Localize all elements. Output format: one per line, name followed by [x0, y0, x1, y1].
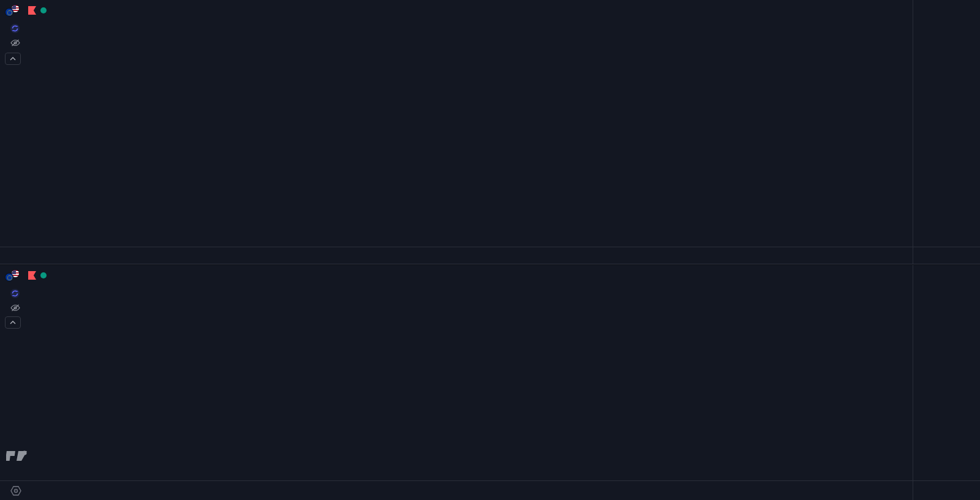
- indicator-row-sma: [5, 23, 25, 34]
- eurusd-pair-icon: [5, 4, 20, 17]
- chart-app: [0, 0, 980, 500]
- collapse-indicators-button[interactable]: [5, 53, 21, 65]
- candlestick-chart-1h[interactable]: [0, 265, 913, 480]
- collapse-indicators-button[interactable]: [5, 316, 21, 329]
- symbol-legend: [5, 4, 80, 17]
- time-axis-4h[interactable]: [0, 247, 913, 264]
- plot-area-1h[interactable]: [0, 265, 913, 480]
- indicator-row-sma-hidden: [5, 303, 21, 313]
- eye-slash-icon[interactable]: [10, 38, 21, 48]
- chevron-up-icon: [10, 321, 16, 324]
- axis-corner-4h: [913, 247, 980, 264]
- flag-icon[interactable]: [28, 6, 36, 15]
- indicator-settings-icon[interactable]: [10, 288, 20, 299]
- price-axis-1h[interactable]: [913, 265, 980, 480]
- plot-area-4h[interactable]: [0, 0, 913, 247]
- chart-panel-4h: [0, 0, 980, 264]
- flag-icon[interactable]: [28, 271, 36, 280]
- time-axis-1h[interactable]: [0, 480, 913, 500]
- eurusd-pair-icon: [5, 269, 20, 282]
- indicator-row-sma-hidden: [5, 38, 21, 48]
- symbol-legend: [5, 269, 80, 282]
- market-status-dot: [40, 272, 47, 278]
- eye-slash-icon[interactable]: [10, 303, 21, 313]
- chevron-up-icon: [10, 57, 16, 61]
- hexagon-clock-icon[interactable]: [10, 485, 22, 497]
- indicator-settings-icon[interactable]: [10, 23, 20, 34]
- price-axis-4h[interactable]: [913, 0, 980, 247]
- tradingview-logo: [6, 446, 37, 466]
- axis-corner-1h: [913, 480, 980, 500]
- indicator-row-sma: [5, 288, 25, 299]
- chart-panel-1h: [0, 265, 980, 500]
- market-status-dot: [40, 7, 47, 13]
- candlestick-chart-4h[interactable]: [0, 0, 913, 247]
